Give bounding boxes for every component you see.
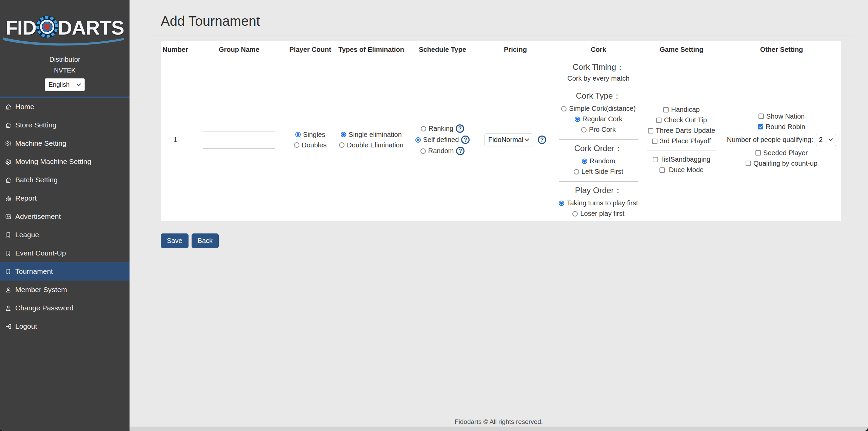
home-icon bbox=[5, 122, 12, 128]
checkbox[interactable] bbox=[652, 139, 657, 144]
sidebar-item[interactable]: Event Count-Up bbox=[0, 244, 130, 262]
main-content: Add Tournament Number Group Name Player … bbox=[130, 0, 868, 431]
radio-option: Singles bbox=[295, 131, 326, 139]
radio-label: Ranking bbox=[429, 125, 453, 132]
language-select-wrap: English bbox=[0, 78, 130, 91]
radio-button[interactable] bbox=[559, 201, 564, 206]
radio-label: Double Elimination bbox=[347, 141, 403, 149]
checkbox[interactable] bbox=[659, 167, 665, 173]
gear-icon bbox=[5, 140, 12, 147]
checkbox[interactable] bbox=[755, 150, 761, 156]
radio-label: Regular Cork bbox=[583, 115, 623, 123]
radio-option: Single elimination bbox=[341, 131, 402, 139]
checkbox-label: Qualifing by count-up bbox=[753, 160, 817, 167]
checkbox[interactable] bbox=[648, 128, 653, 134]
sidebar-item-label: Change Password bbox=[15, 304, 74, 312]
sidebar-item[interactable]: Store Setting bbox=[0, 116, 130, 134]
language-select-value: English bbox=[48, 81, 70, 88]
back-button[interactable]: Back bbox=[192, 233, 219, 248]
checkbox[interactable] bbox=[758, 124, 763, 129]
sidebar-item[interactable]: Home bbox=[0, 98, 130, 116]
radio-label: Pro Cork bbox=[589, 126, 616, 134]
checkbox-label: Three Darts Update bbox=[656, 127, 715, 135]
radio-button[interactable] bbox=[341, 132, 346, 137]
sidebar-item[interactable]: League bbox=[0, 226, 130, 244]
checkbox-label: listSandbagging bbox=[662, 156, 710, 163]
help-icon[interactable] bbox=[538, 136, 546, 144]
checkbox[interactable] bbox=[656, 118, 662, 123]
person-icon bbox=[5, 305, 12, 311]
sidebar-item[interactable]: Report bbox=[0, 189, 130, 207]
pricing-select-value: FidoNormal bbox=[488, 136, 523, 144]
radio-button[interactable] bbox=[415, 137, 421, 143]
help-icon[interactable] bbox=[461, 136, 470, 144]
checkbox-label: Handicap bbox=[671, 106, 700, 114]
home-icon bbox=[5, 177, 12, 183]
sidebar-item-label: Report bbox=[15, 194, 37, 202]
language-select[interactable]: English bbox=[45, 78, 85, 91]
cork-timing-section: Cork Timing： Cork by every match bbox=[559, 58, 638, 87]
checkbox[interactable] bbox=[758, 114, 764, 119]
checkbox-option: Handicap bbox=[663, 106, 700, 114]
column-header: Player Count bbox=[288, 41, 332, 58]
radio-button[interactable] bbox=[420, 148, 426, 154]
image-icon bbox=[5, 213, 12, 220]
group-name-input[interactable] bbox=[203, 131, 275, 149]
radio-button[interactable] bbox=[574, 169, 579, 175]
checkbox-option: Check Out Tip bbox=[656, 116, 707, 124]
sidebar-item-label: Store Setting bbox=[15, 121, 56, 129]
sidebar-item-label: Advertisement bbox=[15, 212, 61, 221]
radio-button[interactable] bbox=[561, 106, 567, 111]
play-order-section: Play Order： Taking turns to play first L… bbox=[559, 181, 638, 223]
qualify-line: Number of people qualifying: 2 bbox=[727, 134, 836, 146]
checkbox[interactable] bbox=[663, 107, 669, 112]
sidebar-item[interactable]: Advertisement bbox=[0, 207, 130, 226]
radio-button[interactable] bbox=[581, 127, 587, 132]
title-divider bbox=[151, 36, 852, 36]
sidebar: FID DARTS Distributor NVTEK English bbox=[0, 0, 130, 431]
person-icon bbox=[5, 287, 12, 293]
checkbox-option: Seeded Player bbox=[755, 149, 808, 157]
column-header: Number bbox=[161, 41, 190, 58]
play-order-title: Play Order： bbox=[575, 185, 622, 196]
logout-icon bbox=[5, 323, 12, 330]
cell-other-setting: Show Nation Round Robin Number of people… bbox=[722, 58, 841, 221]
radio-button[interactable] bbox=[295, 132, 301, 137]
cork-timing-value: Cork by every match bbox=[567, 75, 629, 82]
pricing-line: FidoNormal bbox=[485, 134, 546, 146]
radio-button[interactable] bbox=[575, 117, 580, 122]
sidebar-item[interactable]: Member System bbox=[0, 281, 130, 299]
checkbox-label: Seeded Player bbox=[763, 149, 808, 157]
pricing-select[interactable]: FidoNormal bbox=[485, 134, 533, 146]
checkbox[interactable] bbox=[653, 157, 658, 162]
radio-option: Doubles bbox=[294, 141, 327, 149]
sidebar-item[interactable]: Batch Setting bbox=[0, 171, 130, 189]
sidebar-item[interactable]: Change Password bbox=[0, 299, 130, 317]
column-header: Other Setting bbox=[722, 41, 841, 58]
radio-option: Double Elimination bbox=[339, 141, 403, 149]
help-icon[interactable] bbox=[456, 147, 465, 155]
radio-option: Random bbox=[420, 147, 465, 155]
checkbox-label: Duce Mode bbox=[669, 166, 704, 174]
brand-text: FID DARTS bbox=[5, 15, 124, 40]
help-icon[interactable] bbox=[456, 124, 464, 133]
radio-button[interactable] bbox=[339, 142, 344, 148]
cork-type-section: Cork Type： Simple Cork(distance) Regular bbox=[559, 87, 638, 139]
sidebar-item[interactable]: Logout bbox=[0, 317, 130, 335]
radio-button[interactable] bbox=[582, 159, 587, 164]
save-button[interactable]: Save bbox=[161, 233, 189, 248]
sidebar-item[interactable]: Tournament bbox=[0, 262, 130, 281]
sidebar-item[interactable]: Machine Setting bbox=[0, 134, 130, 152]
radio-button[interactable] bbox=[421, 126, 426, 131]
sidebar-item[interactable]: Moving Machine Setting bbox=[0, 152, 130, 171]
radio-option: Pro Cork bbox=[581, 126, 616, 134]
radio-label: Left Side First bbox=[581, 168, 623, 176]
tournament-table: Number Group Name Player Count Types of … bbox=[161, 41, 840, 221]
bookmark-icon bbox=[5, 250, 12, 256]
radio-button[interactable] bbox=[294, 142, 299, 148]
checkbox[interactable] bbox=[746, 161, 751, 166]
home-icon bbox=[5, 104, 12, 110]
qualify-count-select[interactable]: 2 bbox=[816, 134, 836, 146]
checkbox-option: 3rd Place Playoff bbox=[652, 137, 711, 145]
radio-button[interactable] bbox=[572, 211, 578, 217]
